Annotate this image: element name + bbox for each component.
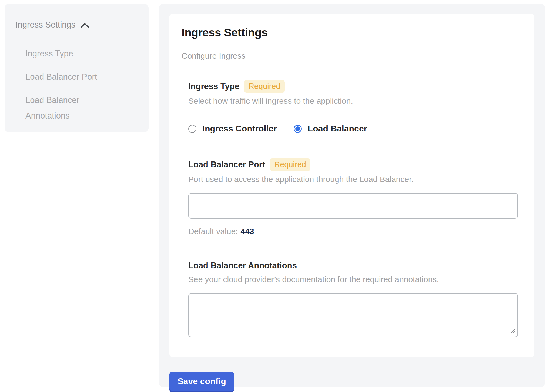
main-panel: Ingress Settings Configure Ingress Ingre… xyxy=(159,4,545,387)
radio-option-load-balancer[interactable]: Load Balancer xyxy=(294,124,367,134)
field-ingress-type: Ingress Type Required Select how traffic… xyxy=(188,80,518,134)
field-label-ingress-type: Ingress Type xyxy=(188,81,239,92)
radio-label-load-balancer: Load Balancer xyxy=(308,124,367,134)
fields-container: Ingress Type Required Select how traffic… xyxy=(188,80,518,337)
default-value-label: Default value: xyxy=(188,227,238,236)
settings-nav-sidebar: Ingress Settings Ingress Type Load Balan… xyxy=(5,4,149,132)
ingress-type-radio-group: Ingress Controller Load Balancer xyxy=(188,124,518,134)
annotations-textarea-wrap xyxy=(188,293,518,337)
radio-unselected-icon xyxy=(188,125,196,133)
field-load-balancer-annotations: Load Balancer Annotations See your cloud… xyxy=(188,260,518,337)
field-label-load-balancer-port: Load Balancer Port xyxy=(188,159,265,170)
load-balancer-annotations-textarea[interactable] xyxy=(188,293,518,337)
field-label-load-balancer-annotations: Load Balancer Annotations xyxy=(188,260,297,271)
radio-selected-icon xyxy=(294,125,302,133)
field-ingress-type-heading: Ingress Type Required xyxy=(188,80,518,93)
required-badge: Required xyxy=(244,80,285,93)
chevron-up-icon xyxy=(80,22,89,28)
field-annotations-heading: Load Balancer Annotations xyxy=(188,260,518,271)
field-load-balancer-port: Load Balancer Port Required Port used to… xyxy=(188,158,518,236)
sidebar-section-label: Ingress Settings xyxy=(15,20,75,30)
default-value-number: 443 xyxy=(240,227,254,236)
sidebar-item-load-balancer-port[interactable]: Load Balancer Port xyxy=(25,69,106,85)
load-balancer-port-input[interactable] xyxy=(188,193,518,219)
page-title: Ingress Settings xyxy=(182,26,518,39)
radio-option-ingress-controller[interactable]: Ingress Controller xyxy=(188,124,277,134)
default-value-line: Default value:443 xyxy=(188,227,518,236)
page-subtitle: Configure Ingress xyxy=(182,51,518,61)
ingress-settings-card: Ingress Settings Configure Ingress Ingre… xyxy=(169,14,534,357)
sidebar-item-list: Ingress Type Load Balancer Port Load Bal… xyxy=(25,46,140,124)
sidebar-item-ingress-type[interactable]: Ingress Type xyxy=(25,46,106,62)
field-description-ingress-type: Select how traffic will ingress to the a… xyxy=(188,96,518,106)
sidebar-item-load-balancer-annotations[interactable]: Load Balancer Annotations xyxy=(25,92,106,124)
field-port-heading: Load Balancer Port Required xyxy=(188,158,518,171)
resize-handle-icon[interactable] xyxy=(510,328,516,335)
radio-label-ingress-controller: Ingress Controller xyxy=(202,124,277,134)
sidebar-section-ingress-settings[interactable]: Ingress Settings xyxy=(15,20,140,30)
field-description-load-balancer-port: Port used to access the application thro… xyxy=(188,174,518,184)
save-config-button[interactable]: Save config xyxy=(169,372,234,391)
field-description-load-balancer-annotations: See your cloud provider’s documentation … xyxy=(188,274,518,284)
required-badge: Required xyxy=(270,158,310,171)
